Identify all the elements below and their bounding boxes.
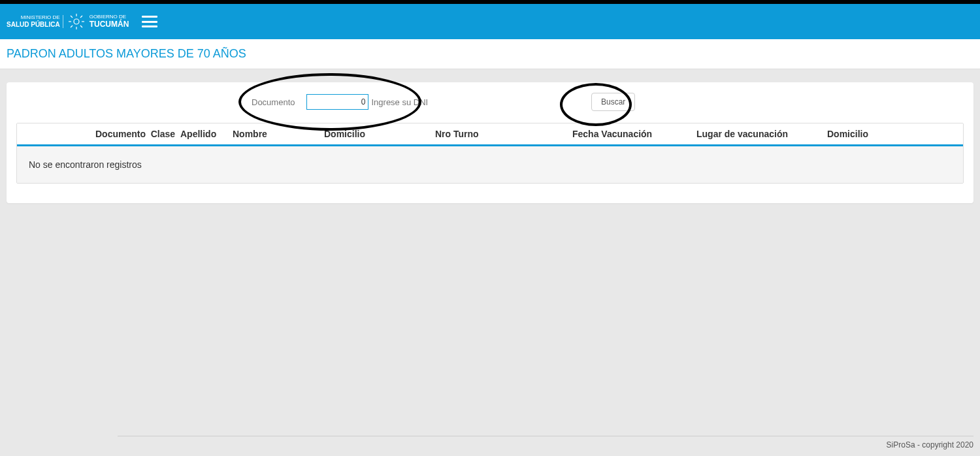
footer-copyright: SiProSa - copyright 2020 xyxy=(118,436,973,449)
sun-icon xyxy=(67,12,86,31)
svg-point-0 xyxy=(74,19,79,24)
menu-icon[interactable] xyxy=(142,16,157,27)
table-header-row: Documento Clase Apellido Nombre Domicili… xyxy=(17,123,963,146)
gov-logo-text: GOBIERNO DE TUCUMÁN xyxy=(90,14,129,29)
documento-label: Documento xyxy=(252,97,295,107)
page-title-bar: PADRON ADULTOS MAYORES DE 70 AÑOS xyxy=(0,39,980,69)
app-header: MINISTERIO DE SALUD PÚBLICA GOBIERNO xyxy=(0,4,980,39)
ministry-logo-text: MINISTERIO DE SALUD PÚBLICA xyxy=(7,15,63,28)
search-card: Documento Ingrese su DNI Buscar Document… xyxy=(7,82,973,203)
gov-line2: TUCUMÁN xyxy=(90,20,129,29)
buscar-button[interactable]: Buscar xyxy=(591,93,635,111)
col-header-nombre: Nombre xyxy=(233,129,324,139)
svg-line-8 xyxy=(80,16,82,18)
documento-hint: Ingrese su DNI xyxy=(371,97,428,107)
svg-line-6 xyxy=(80,25,82,27)
col-header-lugar-vacunacion: Lugar de vacunación xyxy=(696,129,827,139)
content-area: Documento Ingrese su DNI Buscar Document… xyxy=(0,69,980,210)
documento-input[interactable] xyxy=(306,94,368,110)
logo-block: MINISTERIO DE SALUD PÚBLICA GOBIERNO xyxy=(7,12,129,31)
col-header-nro-turno: Nro Turno xyxy=(435,129,572,139)
col-header-domicilio2: Domicilio xyxy=(827,129,925,139)
col-header-apellido: Apellido xyxy=(180,129,233,139)
svg-line-5 xyxy=(71,16,73,18)
col-header-fecha-vacunacion: Fecha Vacunación xyxy=(572,129,696,139)
results-table: Documento Clase Apellido Nombre Domicili… xyxy=(16,123,964,184)
col-header-domicilio: Domicilio xyxy=(324,129,435,139)
svg-line-7 xyxy=(71,25,73,27)
col-header-clase: Clase xyxy=(115,129,180,139)
ministry-line1: MINISTERIO DE xyxy=(7,15,60,21)
ministry-line2: SALUD PÚBLICA xyxy=(7,21,60,28)
page-title: PADRON ADULTOS MAYORES DE 70 AÑOS xyxy=(7,47,973,61)
col-header-documento: Documento xyxy=(17,129,115,139)
search-row: Documento Ingrese su DNI Buscar xyxy=(16,94,964,110)
no-records-message: No se encontraron registros xyxy=(17,146,963,183)
